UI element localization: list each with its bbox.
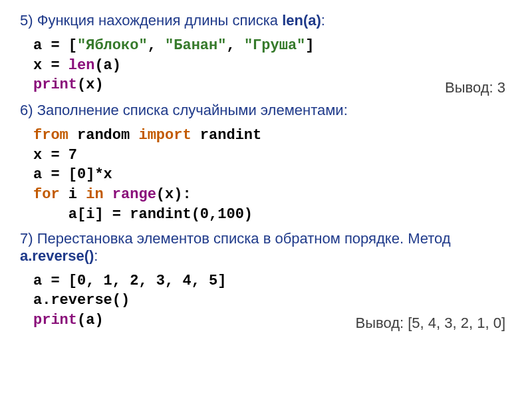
code-text: , xyxy=(226,37,243,54)
code-text: (x) xyxy=(77,76,104,93)
code-text: randint xyxy=(192,127,262,144)
section5-heading-suffix: : xyxy=(321,12,325,29)
string-literal: "Яблоко" xyxy=(77,37,148,54)
code-text xyxy=(104,186,112,203)
keyword: in xyxy=(86,186,103,203)
func-name: len xyxy=(68,57,95,74)
section7-heading-suffix: : xyxy=(94,247,98,264)
func-name: range xyxy=(112,186,156,203)
code-text: a[i] = randint(0,100) xyxy=(33,206,253,223)
section7-heading: 7) Перестановка элементов списка в обрат… xyxy=(20,230,512,265)
code-text: x = 7 xyxy=(33,147,77,164)
code-text: ] xyxy=(305,37,314,54)
code-text: a = [0, 1, 2, 3, 4, 5] xyxy=(33,273,226,289)
code-text: random xyxy=(68,127,139,144)
section6-code: from random import randint x = 7 a = [0]… xyxy=(33,126,512,224)
code-text: (a) xyxy=(94,57,121,74)
string-literal: "Груша" xyxy=(244,37,305,54)
code-text: a.reverse() xyxy=(33,292,130,309)
keyword: import xyxy=(138,127,191,144)
code-text: (x): xyxy=(156,186,192,203)
section5-heading-prefix: 5) Функция нахождения длины списка xyxy=(20,12,282,29)
section5-heading-emph: len(a) xyxy=(282,12,321,29)
code-text: a = [0]*x xyxy=(33,166,112,183)
code-text: , xyxy=(148,37,165,54)
section7-heading-prefix: 7) Перестановка элементов списка в обрат… xyxy=(20,230,451,247)
func-name: print xyxy=(33,312,77,329)
section7-heading-emph: a.reverse() xyxy=(20,247,94,264)
code-text: (a) xyxy=(77,312,104,329)
string-literal: "Банан" xyxy=(165,37,226,54)
keyword: from xyxy=(33,127,68,144)
keyword: for xyxy=(33,186,60,203)
section6-heading: 6) Заполнение списка случайными элемента… xyxy=(20,102,512,119)
section5-heading: 5) Функция нахождения длины списка len(a… xyxy=(20,12,512,29)
code-text: x = xyxy=(33,57,68,74)
code-text: i xyxy=(60,186,86,203)
func-name: print xyxy=(33,76,77,93)
code-text: a = [ xyxy=(33,37,77,54)
